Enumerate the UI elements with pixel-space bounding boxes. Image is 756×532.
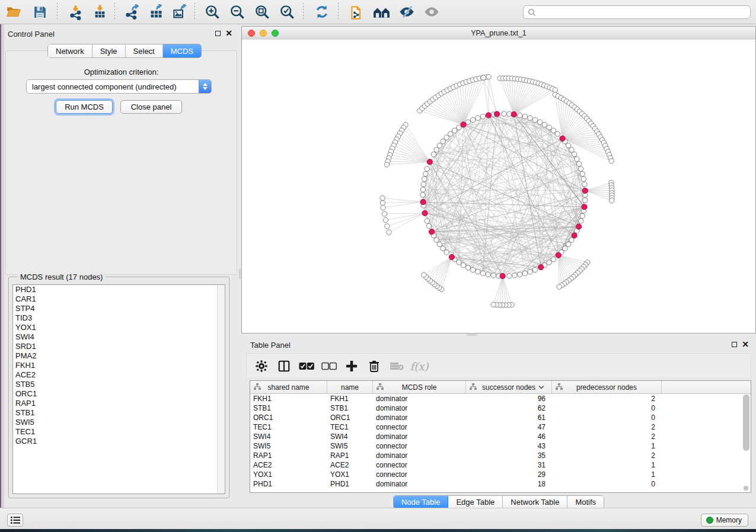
close-panel-icon[interactable]: ✕ [225,30,232,36]
deselect-all-columns-button[interactable] [318,355,340,377]
result-item[interactable]: PMA2 [13,351,225,361]
memory-button[interactable]: Memory [701,514,748,527]
plus-icon [346,360,358,372]
add-column-button[interactable] [340,355,363,377]
result-item[interactable]: RAP1 [13,399,225,408]
toolbar-separator [57,3,58,21]
result-item[interactable]: ORC1 [13,389,225,399]
result-item[interactable]: SWI4 [13,332,225,342]
delete-column-button[interactable] [363,355,385,377]
criterion-dropdown[interactable]: largest connected component (undirected) [26,79,212,94]
mcds-result-title: MCDS result (17 nodes) [18,273,105,281]
table-row[interactable]: SWI4SWI4dominator462 [250,432,751,441]
export-table-button[interactable] [146,2,166,22]
table-row[interactable]: PHD1PHD1dominator180 [250,479,751,489]
cell: PHD1 [250,479,327,489]
cell: ACE2 [327,460,373,470]
result-item[interactable]: ACE2 [13,370,225,380]
memory-status-icon [706,517,713,524]
table-row[interactable]: YOX1YOX1connector291 [250,470,751,479]
show-all-button[interactable] [422,2,442,22]
save-session-button[interactable] [30,2,50,22]
import-table-button[interactable] [90,2,110,22]
column-header-shared-name[interactable]: shared name [250,381,327,393]
mcds-result-group: MCDS result (17 nodes) PHD1CAR1STP4TID3Y… [8,277,229,498]
column-header-predecessor-nodes[interactable]: predecessor nodes [552,381,662,393]
tab-style[interactable]: Style [92,44,126,57]
column-header-name[interactable]: name [327,381,373,393]
zoom-fit-button[interactable] [252,2,272,22]
tab-network-table[interactable]: Network Table [503,496,567,508]
zoom-selected-button[interactable] [277,2,297,22]
table-row[interactable]: TEC1TEC1connector472 [250,422,751,432]
table-body: FKH1FKH1dominator962STB1STB1dominator620… [250,394,751,489]
table-toolbar: f(x) [246,353,751,379]
run-mcds-button[interactable]: Run MCDS [56,100,113,114]
open-file-button[interactable] [4,2,24,22]
cell: SWI5 [327,441,373,451]
select-all-columns-button[interactable] [295,355,318,377]
result-item[interactable]: STB1 [13,408,225,418]
result-item[interactable]: SRD1 [13,342,225,351]
tab-node-table[interactable]: Node Table [394,496,449,508]
float-panel-icon[interactable] [215,31,221,36]
apply-layout-button[interactable] [312,2,332,22]
cell: dominator [373,413,466,422]
delete-table-button-disabled [385,355,408,377]
tab-select[interactable]: Select [126,44,163,57]
zoom-in-button[interactable] [202,2,222,22]
result-item[interactable]: STB5 [13,380,225,389]
result-item[interactable]: GCR1 [13,437,225,446]
table-row[interactable]: FKH1FKH1dominator962 [250,394,751,403]
result-scrollbar[interactable] [217,285,225,493]
cell: 62 [466,403,552,413]
tab-mcds[interactable]: MCDS [163,44,201,57]
tab-edge-table[interactable]: Edge Table [448,496,503,508]
result-item[interactable]: FKH1 [13,361,225,370]
export-image-button[interactable] [170,2,190,22]
float-table-panel-icon[interactable] [732,342,737,347]
table-row[interactable]: RAP1RAP1dominator352 [250,451,751,460]
column-header-MCDS-role[interactable]: MCDS role [373,381,466,393]
cell: FKH1 [327,394,373,403]
result-item[interactable]: YOX1 [13,323,225,332]
result-item[interactable]: PHD1 [13,285,225,294]
search-input[interactable] [536,8,750,17]
close-panel-button[interactable]: Close panel [120,100,182,114]
table-row[interactable]: ACE2ACE2connector311 [250,460,751,470]
tab-network[interactable]: Network [48,44,92,57]
table-row[interactable]: SWI5SWI5connector431 [250,441,751,451]
cell: YOX1 [250,470,327,479]
result-item[interactable]: TEC1 [13,427,225,437]
search-box[interactable] [523,5,751,19]
result-item[interactable]: TID3 [13,313,225,323]
close-table-panel-icon[interactable]: ✕ [742,341,749,347]
result-item[interactable]: SWI5 [13,418,225,427]
network-titlebar[interactable]: YPA_prune.txt_1 [242,27,755,40]
column-header-successor-nodes[interactable]: successor nodes [466,381,552,393]
table-settings-button[interactable] [250,355,273,377]
tab-motifs[interactable]: Motifs [567,496,604,508]
new-network-icon [349,4,365,20]
cell: dominator [373,432,466,441]
zoom-out-button[interactable] [227,2,247,22]
import-network-button[interactable] [66,2,86,22]
result-item[interactable]: STP4 [13,304,225,313]
cell: 1 [552,470,662,479]
zoom-in-icon [205,4,221,20]
export-network-button[interactable] [122,2,142,22]
result-item[interactable]: CAR1 [13,294,225,304]
table-row[interactable]: STB1STB1dominator620 [250,403,751,413]
table-scrollbar-thumb[interactable] [743,395,749,451]
table-row[interactable]: ORC1ORC1dominator610 [250,413,751,422]
task-history-button[interactable] [7,514,23,527]
task-list-icon [11,516,20,524]
cell: SWI4 [250,432,327,441]
show-eye-icon-disabled [423,4,440,20]
network-canvas[interactable] [242,40,755,333]
first-neighbors-button[interactable] [372,2,392,22]
show-column-panel-button[interactable] [273,355,295,377]
status-bar: Memory [0,508,756,529]
new-network-from-selection-button[interactable] [347,2,367,22]
hide-selected-button[interactable] [397,2,417,22]
